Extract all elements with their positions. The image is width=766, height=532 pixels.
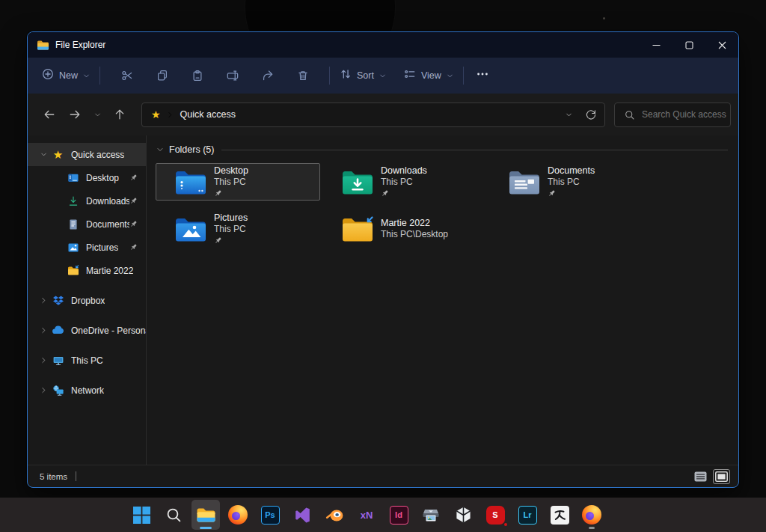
recent-locations-chevron[interactable] — [92, 108, 102, 121]
refresh-button[interactable] — [585, 108, 597, 120]
chevron-right-icon[interactable] — [35, 296, 52, 305]
sidebar-item-label: Network — [71, 385, 104, 396]
taskbar-indesign-button[interactable]: Id — [384, 500, 413, 530]
search-box[interactable] — [614, 103, 731, 127]
xnview-icon: xN — [361, 506, 373, 525]
sidebar-nav: ★Quick accessDesktopDownloadsDocumentsPi… — [28, 135, 146, 465]
back-button[interactable] — [43, 108, 56, 121]
sort-button[interactable]: Sort — [339, 67, 387, 84]
chevron-right-icon[interactable] — [35, 356, 52, 364]
taskbar-search-button[interactable] — [159, 500, 188, 530]
share-button[interactable] — [261, 69, 275, 82]
sidebar-item-label: Downloads — [86, 196, 129, 207]
maximize-button[interactable] — [672, 32, 705, 58]
folder-tile-desktop[interactable]: DesktopThis PC — [156, 163, 320, 201]
taskbar-blender-button[interactable] — [320, 500, 349, 530]
taskbar-firefox-2-button[interactable] — [577, 500, 606, 530]
copy-button[interactable] — [156, 69, 169, 82]
taskbar-substance-button[interactable]: S — [481, 500, 509, 530]
search-input[interactable] — [642, 109, 730, 120]
folder-location: This PC\Desktop — [381, 229, 448, 240]
sidebar-item-label: Quick access — [71, 150, 124, 160]
pin-icon — [214, 236, 222, 245]
breadcrumb[interactable]: Quick access — [180, 109, 236, 120]
new-button[interactable]: New — [41, 67, 91, 84]
chevron-right-icon[interactable] — [35, 386, 52, 394]
sidebar-item-desktop[interactable]: Desktop — [28, 166, 146, 189]
taskbar-start-button[interactable] — [127, 500, 156, 530]
desktop-folder-icon — [174, 169, 207, 195]
toolbar-divider — [463, 67, 464, 85]
folder-name: Downloads — [381, 165, 427, 177]
rename-button[interactable] — [226, 69, 239, 82]
star-icon: ★ — [52, 148, 64, 161]
taskbar-lightroom-button[interactable]: Lr — [513, 500, 542, 530]
details-view-button[interactable] — [693, 470, 708, 483]
taskbar: PsxNIdSLr — [0, 498, 766, 532]
folder-shortcut-large-icon — [341, 216, 374, 242]
command-toolbar: New Sort View — [28, 58, 738, 94]
paste-button[interactable] — [191, 69, 204, 82]
sidebar-item-onedrive-personal[interactable]: OneDrive - Personal — [28, 319, 146, 342]
delete-button[interactable] — [296, 69, 310, 82]
sort-button-label: Sort — [357, 70, 374, 81]
taskbar-visual-studio-button[interactable] — [288, 500, 316, 530]
up-button[interactable] — [113, 108, 126, 121]
sidebar-item-documents[interactable]: Documents — [28, 213, 146, 236]
firefox-icon — [228, 505, 248, 525]
pin-icon — [214, 189, 222, 198]
wallpaper-dot — [603, 17, 605, 19]
toolbar-divider — [99, 67, 100, 85]
sidebar-item-network[interactable]: Network — [28, 379, 146, 402]
sidebar-item-quick-access[interactable]: ★Quick access — [28, 143, 146, 166]
large-icons-view-button[interactable] — [714, 470, 729, 483]
file-explorer-icon — [196, 505, 216, 525]
chevron-right-icon[interactable] — [35, 326, 52, 334]
sidebar-item-pictures[interactable]: Pictures — [28, 236, 146, 259]
minimize-button[interactable] — [640, 32, 672, 58]
taskbar-zbrush-button[interactable] — [545, 500, 574, 530]
folder-location: This PC — [381, 177, 427, 188]
download-icon — [67, 195, 79, 207]
folder-tile-martie-2022[interactable]: Martie 2022This PC\Desktop — [322, 210, 487, 248]
folder-tile-downloads[interactable]: DownloadsThis PC — [322, 163, 487, 201]
address-dropdown-chevron[interactable] — [565, 111, 573, 119]
group-header-label: Folders (5) — [169, 144, 214, 155]
view-list-icon — [403, 67, 417, 84]
address-bar[interactable]: ★ Quick access — [141, 103, 605, 127]
close-button[interactable] — [705, 32, 738, 58]
sidebar-item-this-pc[interactable]: This PC — [28, 349, 146, 372]
folder-tile-pictures[interactable]: PicturesThis PC — [156, 210, 320, 248]
folder-tile-documents[interactable]: DocumentsThis PC — [489, 163, 654, 201]
taskbar-unity-button[interactable] — [449, 500, 477, 530]
copy-icon — [156, 69, 169, 82]
taskbar-scanner-button[interactable] — [417, 500, 445, 530]
titlebar[interactable]: File Explorer — [28, 32, 738, 58]
desktop-background: File Explorer New — [0, 0, 766, 532]
document-icon — [67, 218, 79, 230]
folder-location: This PC — [548, 177, 595, 188]
substance-icon: S — [486, 506, 505, 525]
pin-icon — [129, 220, 138, 228]
app-folder-icon — [37, 40, 49, 51]
taskbar-xnview-button[interactable]: xN — [352, 500, 381, 530]
taskbar-file-explorer-button[interactable] — [192, 500, 220, 530]
sidebar-item-dropbox[interactable]: Dropbox — [28, 289, 146, 312]
chevron-down-icon[interactable] — [35, 150, 52, 159]
share-icon — [261, 69, 275, 82]
group-collapse-chevron-icon[interactable] — [156, 145, 165, 154]
forward-button[interactable] — [68, 108, 82, 121]
taskbar-photoshop-button[interactable]: Ps — [256, 500, 284, 530]
pin-icon — [129, 174, 138, 182]
status-bar: 5 items — [28, 465, 738, 487]
group-header[interactable]: Folders (5) — [156, 144, 732, 155]
toolbar-divider — [329, 67, 330, 85]
sidebar-item-martie-2022[interactable]: Martie 2022 — [28, 259, 146, 282]
cut-button[interactable] — [120, 69, 134, 82]
taskbar-firefox-button[interactable] — [224, 500, 252, 530]
view-button[interactable]: View — [403, 67, 454, 84]
sidebar-item-label: Martie 2022 — [86, 266, 133, 276]
folder-view: Folders (5) DesktopThis PC DownloadsThis… — [147, 135, 738, 465]
see-more-button[interactable] — [476, 67, 489, 84]
sidebar-item-downloads[interactable]: Downloads — [28, 189, 146, 213]
